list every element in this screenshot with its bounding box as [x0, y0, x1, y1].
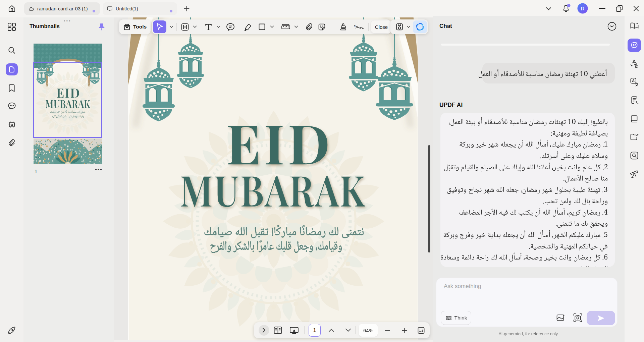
- svg-text:1:1: 1:1: [419, 329, 423, 332]
- svg-text:×: ×: [354, 24, 356, 27]
- svg-text:R: R: [581, 6, 584, 11]
